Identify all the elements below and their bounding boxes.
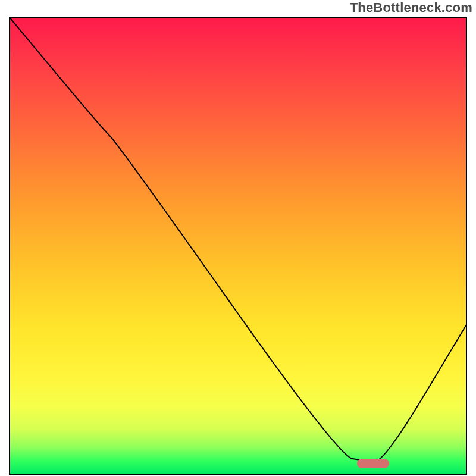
plot-area bbox=[9, 17, 467, 475]
chart-container: TheBottleneck.com bbox=[0, 0, 476, 476]
optimum-marker bbox=[357, 459, 389, 468]
curve-svg bbox=[9, 17, 467, 475]
bottleneck-curve-path bbox=[9, 17, 467, 461]
watermark-text: TheBottleneck.com bbox=[350, 0, 472, 15]
